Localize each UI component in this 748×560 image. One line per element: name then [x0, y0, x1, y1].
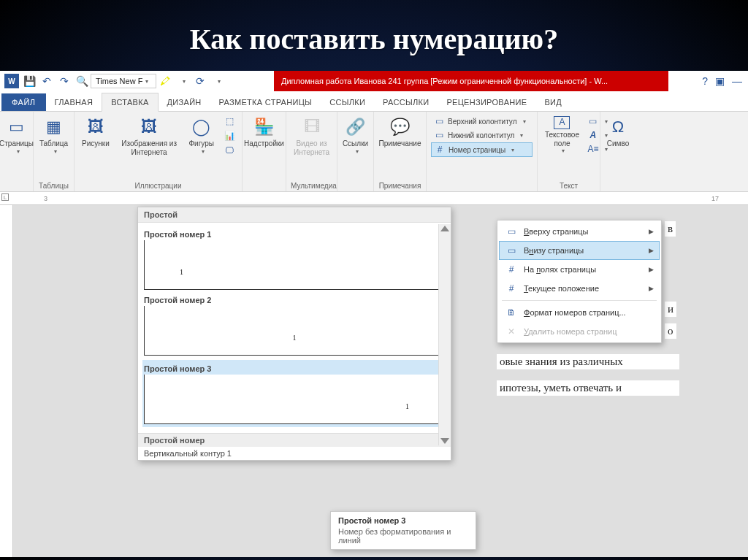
screenshot-button[interactable]: 🖵 [221, 144, 237, 157]
page-number-menu: ▭ ВВверху страницыверху страницы ▶ ▭ Вни… [497, 220, 662, 343]
table-button[interactable]: ▦Таблица▾ [38, 115, 69, 156]
menu-format-page-numbers[interactable]: 🗎 Формат номеров страниц... [499, 303, 660, 322]
smartart-button[interactable]: ⬚ [221, 115, 237, 128]
gallery-item-1[interactable]: 1 [144, 240, 445, 290]
chart-button[interactable]: 📊 [221, 129, 237, 142]
chart-icon: 📊 [224, 130, 235, 142]
tab-layout[interactable]: РАЗМЕТКА СТРАНИЦЫ [210, 93, 321, 111]
menu-page-margins[interactable]: # На полях страницы ▶ [499, 260, 660, 279]
menu-separator [502, 300, 657, 301]
pictures-button[interactable]: 🖼Рисунки [79, 115, 112, 158]
tab-well-icon[interactable]: L [1, 193, 9, 201]
tooltip-body: Номер без форматирования и линий [338, 527, 468, 545]
title-bar: Дипломная работа Иванова 241 группа [Реж… [274, 71, 668, 91]
scroll-up-icon[interactable] [440, 226, 449, 231]
gallery-scrollbar[interactable] [438, 224, 451, 445]
vertical-ruler[interactable] [0, 205, 13, 557]
header-icon: ▭ [433, 115, 445, 127]
tab-mailings[interactable]: РАССЫЛКИ [374, 93, 438, 111]
addins-button[interactable]: 🏪Надстройки [247, 115, 281, 150]
gallery-item-label: Вертикальный контур 1 [138, 447, 451, 460]
comment-button[interactable]: 💬Примечание [378, 115, 421, 150]
remove-icon: ✕ [505, 326, 518, 337]
media-group-label: Мультимедиа [291, 180, 332, 190]
shapes-icon: ◯ [191, 116, 213, 138]
save-icon[interactable]: 💾 [20, 72, 38, 90]
undo-icon[interactable]: ↶ [38, 72, 56, 90]
symbols-button[interactable]: ΩСимво [605, 115, 631, 150]
submenu-arrow-icon: ▶ [649, 247, 654, 254]
horizontal-ruler[interactable]: L 3 17 [0, 192, 748, 205]
submenu-arrow-icon: ▶ [649, 266, 654, 273]
doc-text-fragment: овые знания из различных [497, 354, 679, 369]
online-pictures-button[interactable]: 🖼Изображения из Интернета [114, 115, 185, 158]
qat-dropdown-icon[interactable]: ▾ [174, 72, 191, 90]
store-icon: 🏪 [253, 116, 275, 138]
page-margins-icon: # [505, 264, 518, 275]
video-icon: 🎞 [301, 116, 323, 138]
page-number-button[interactable]: #Номер страницы▾ [431, 142, 533, 157]
footer-icon: ▭ [433, 129, 445, 141]
format-icon: 🗎 [505, 307, 518, 318]
gallery-item-label: Простой номер 2 [144, 296, 445, 304]
ribbon: ▭Страницы▾ ▦Таблица▾ Таблицы 🖼Рисунки 🖼И… [0, 112, 748, 192]
illustrations-group-label: Иллюстрации [79, 180, 237, 190]
font-selector[interactable]: Times New F▾ [91, 74, 156, 88]
minimize-icon[interactable]: — [732, 75, 742, 87]
qat-more-icon[interactable]: ▾ [209, 72, 226, 90]
find-icon[interactable]: 🔍 [73, 72, 91, 90]
slide-title: Как поставить нумерацию? [0, 0, 748, 71]
menu-bottom-of-page[interactable]: ▭ Внизу страницы ▶ [499, 241, 660, 260]
tab-insert[interactable]: ВСТАВКА [102, 93, 158, 112]
text-box-button[interactable]: AТекстовое поле▾ [542, 115, 582, 156]
tab-review[interactable]: РЕЦЕНЗИРОВАНИЕ [438, 93, 535, 111]
menu-current-position[interactable]: # Текущее положение ▶ [499, 279, 660, 298]
submenu-arrow-icon: ▶ [649, 228, 654, 235]
omega-icon: Ω [607, 116, 629, 138]
submenu-arrow-icon: ▶ [649, 285, 654, 292]
links-button[interactable]: 🔗Ссылки▾ [342, 115, 369, 156]
word-window: W 💾 ↶ ↷ 🔍 Times New F▾ 🖍 ▾ ⟳ ▾ Дипломная… [0, 71, 748, 553]
doc-text-fragment: и [665, 302, 676, 317]
tab-home[interactable]: ГЛАВНАЯ [46, 93, 102, 111]
tab-view[interactable]: ВИД [535, 93, 570, 111]
scroll-down-icon[interactable] [440, 438, 449, 444]
tab-references[interactable]: ССЫЛКИ [321, 93, 374, 111]
footer-button[interactable]: ▭Нижний колонтитул▾ [431, 129, 533, 142]
link-icon: 🔗 [345, 116, 367, 138]
text-group-label: Текст [542, 180, 595, 190]
gallery-item-3[interactable]: 1 [144, 375, 445, 424]
page-top-icon: ▭ [505, 226, 518, 237]
wordart-icon: A [587, 129, 599, 141]
quickparts-icon: ▭ [587, 115, 599, 127]
ribbon-display-icon[interactable]: ▣ [715, 75, 725, 87]
help-icon[interactable]: ? [702, 75, 708, 87]
quick-access-toolbar: W 💾 ↶ ↷ 🔍 Times New F▾ 🖍 ▾ ⟳ ▾ Дипломная… [0, 71, 748, 91]
doc-text-fragment: в [665, 221, 676, 237]
smartart-icon: ⬚ [224, 115, 235, 127]
gallery-item-2[interactable]: 1 [144, 306, 445, 356]
highlight-icon[interactable]: 🖍 [156, 72, 174, 90]
tab-design[interactable]: ДИЗАЙН [159, 93, 210, 111]
page-bottom-icon: ▭ [505, 245, 518, 256]
page-number-icon: # [434, 144, 446, 156]
menu-top-of-page[interactable]: ▭ ВВверху страницыверху страницы ▶ [499, 222, 660, 241]
tab-file[interactable]: ФАЙЛ [1, 93, 46, 111]
gallery-item-label: Простой номер 3 [144, 364, 445, 373]
refresh-icon[interactable]: ⟳ [191, 72, 209, 90]
word-icon: W [3, 72, 20, 90]
shapes-button[interactable]: ◯Фигуры▾ [186, 115, 217, 158]
doc-text-fragment: ипотезы, уметь отвечать и [497, 380, 679, 396]
redo-icon[interactable]: ↷ [56, 72, 73, 90]
header-button[interactable]: ▭Верхний колонтитул▾ [431, 115, 533, 128]
tooltip: Простой номер 3 Номер без форматирования… [330, 511, 476, 550]
comments-group-label: Примечания [378, 180, 421, 190]
online-pictures-icon: 🖼 [138, 116, 160, 138]
window-controls: ? ▣ — [702, 71, 748, 91]
gallery-section-footer: Простой номер [138, 433, 451, 447]
gallery-section-header: Простой [138, 207, 451, 223]
textbox-icon: A [554, 116, 570, 129]
pages-button[interactable]: ▭Страницы▾ [4, 115, 28, 156]
screenshot-icon: 🖵 [224, 145, 235, 156]
tooltip-title: Простой номер 3 [338, 516, 468, 525]
